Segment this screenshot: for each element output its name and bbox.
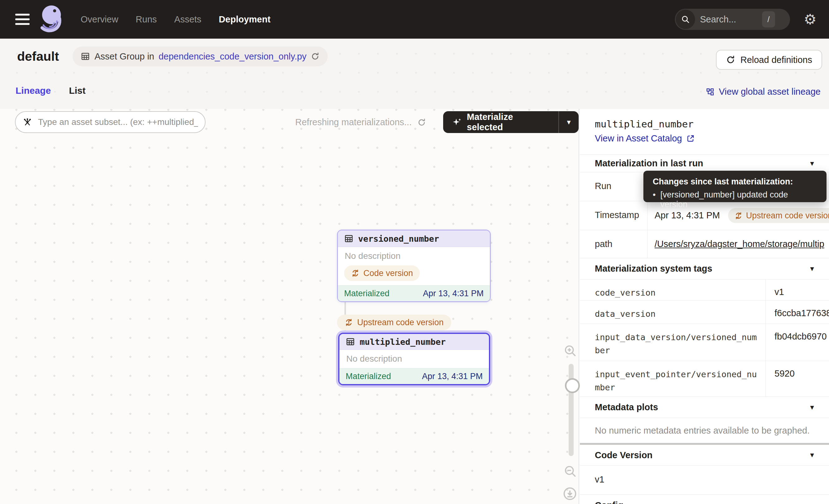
table-row-path: path /Users/sryza/dagster_home/storage/m… <box>580 230 829 258</box>
reload-definitions-button[interactable]: Reload definitions <box>716 50 822 70</box>
table-row-input-data-version: input_data_version/versioned_number fb04… <box>580 324 829 361</box>
asset-group-grid-icon <box>81 52 90 61</box>
table-row-input-event-pointer: input_event_pointer/versioned_number 592… <box>580 361 829 397</box>
table-grid-icon <box>344 234 354 243</box>
materialized-status: Materialized <box>344 289 390 298</box>
refresh-icon[interactable] <box>311 52 320 61</box>
section-materialization-system-tags[interactable]: Materialization system tags ▼ <box>580 258 829 279</box>
section-materialization-last-run[interactable]: Materialization in last run ▼ <box>580 154 829 172</box>
refresh-icon[interactable] <box>417 118 426 127</box>
tag-key: code_version <box>580 279 766 300</box>
zoom-in-icon[interactable] <box>563 344 577 358</box>
tab-lineage[interactable]: Lineage <box>15 74 51 108</box>
search-icon <box>676 10 695 29</box>
chevron-down-icon[interactable]: ▼ <box>809 404 815 411</box>
materialize-dropdown-caret[interactable]: ▾ <box>559 111 579 133</box>
materialized-timestamp: Apr 13, 4:31 PM <box>422 372 483 381</box>
chevron-down-icon[interactable]: ▼ <box>809 265 815 273</box>
materialized-status: Materialized <box>346 372 391 381</box>
tag-key: input_data_version/versioned_number <box>580 324 766 361</box>
chevron-down-icon[interactable]: ▼ <box>809 160 815 167</box>
global-search[interactable]: / <box>675 9 790 30</box>
code-version-value: v1 <box>580 466 605 494</box>
table-row-data-version: data_version f6ccba177638 <box>580 300 829 324</box>
sparkle-icon <box>452 117 462 127</box>
zoom-slider-handle[interactable] <box>565 378 580 393</box>
tag-key: input_event_pointer/versioned_number <box>580 361 766 397</box>
search-input[interactable] <box>699 14 760 25</box>
search-shortcut-badge: / <box>762 11 775 27</box>
table-grid-icon <box>346 337 355 347</box>
top-navbar: Overview Runs Assets Deployment / ⚙ <box>0 0 829 39</box>
tag-value: v1 <box>766 279 829 300</box>
sync-alert-icon <box>351 269 360 278</box>
nav-item-assets[interactable]: Assets <box>174 14 202 25</box>
path-link[interactable]: /Users/sryza/dagster_home/storage/multip <box>655 239 824 249</box>
asset-details-panel: multiplied_number View in Asset Catalog … <box>580 109 829 504</box>
sync-alert-icon <box>345 318 353 327</box>
page-title: default <box>17 49 59 64</box>
metadata-plots-empty-message: No numeric metadata entries available to… <box>580 418 829 443</box>
asset-group-prefix: Asset Group in <box>94 51 154 62</box>
asset-subset-input[interactable] <box>37 117 199 128</box>
section-metadata-plots[interactable]: Metadata plots ▼ <box>580 397 829 418</box>
asset-subset-filter[interactable] <box>15 111 206 133</box>
asset-node-title: versioned_number <box>358 234 439 244</box>
nav-item-runs[interactable]: Runs <box>136 14 157 25</box>
materialized-timestamp: Apr 13, 4:31 PM <box>423 289 483 298</box>
refresh-status: Refreshing materializations... <box>295 117 426 128</box>
changes-tooltip: Changes since last materialization: • [v… <box>643 171 827 202</box>
section-config[interactable]: Config <box>580 494 829 504</box>
gear-icon[interactable]: ⚙ <box>804 12 817 27</box>
tag-key: data_version <box>580 300 766 324</box>
code-version-badge: Code version <box>344 265 420 281</box>
asset-subset-icon <box>23 117 32 127</box>
tag-value: f6ccba177638 <box>766 300 829 324</box>
hamburger-menu-icon[interactable] <box>15 14 30 25</box>
tooltip-title: Changes since last materialization: <box>653 177 817 187</box>
section-code-version[interactable]: Code Version ▼ <box>580 445 829 465</box>
row-label: Run <box>580 172 648 201</box>
row-label: path <box>580 230 648 258</box>
reload-icon <box>726 55 735 65</box>
tab-list[interactable]: List <box>69 74 85 108</box>
zoom-slider-track[interactable] <box>569 364 574 456</box>
nav-item-deployment[interactable]: Deployment <box>219 14 271 25</box>
bullet-icon: • <box>653 190 655 209</box>
asset-lineage-canvas[interactable]: Refreshing materializations... Materiali… <box>0 109 579 504</box>
row-label: Timestamp <box>580 201 648 230</box>
asset-node-title: multiplied_number <box>360 337 446 347</box>
asset-node-description: No description <box>339 350 489 368</box>
tag-value: 5920 <box>766 361 829 397</box>
external-link-icon <box>686 134 695 143</box>
dagster-logo-icon[interactable] <box>36 3 65 36</box>
view-in-asset-catalog-link[interactable]: View in Asset Catalog <box>595 133 695 144</box>
materialize-selected-button[interactable]: Materialize selected ▾ <box>443 111 579 133</box>
code-version-value-row: v1 <box>580 465 829 494</box>
tooltip-item: • [versioned_number] updated code versio… <box>653 190 817 209</box>
asset-group-file-link[interactable]: dependencies_code_version_only.py <box>158 51 307 62</box>
chevron-down-icon[interactable]: ▼ <box>809 452 815 459</box>
nav-item-overview[interactable]: Overview <box>81 14 118 25</box>
zoom-out-icon[interactable] <box>563 464 577 478</box>
asset-group-badge: Asset Group in dependencies_code_version… <box>73 46 328 66</box>
upstream-code-version-badge: Upstream code version <box>728 208 829 223</box>
primary-nav: Overview Runs Assets Deployment <box>81 14 271 25</box>
upstream-code-version-badge: Upstream code version <box>337 315 451 330</box>
view-global-asset-lineage-link[interactable]: View global asset lineage <box>706 86 821 97</box>
panel-asset-title: multiplied_number <box>595 118 693 130</box>
download-image-icon[interactable] <box>563 486 577 501</box>
table-row-code-version: code_version v1 <box>580 279 829 300</box>
tag-value: fb04dcb6970 <box>766 324 829 361</box>
view-tabs: Lineage List View global asset lineage <box>0 74 829 108</box>
sync-alert-icon <box>734 212 743 220</box>
asset-node-versioned-number[interactable]: versioned_number No description Code ver… <box>337 229 491 302</box>
page-header: default Asset Group in dependencies_code… <box>0 39 829 110</box>
asset-node-multiplied-number[interactable]: multiplied_number No description Materia… <box>338 333 490 385</box>
lineage-icon <box>706 87 714 96</box>
asset-node-description: No description <box>338 247 490 262</box>
